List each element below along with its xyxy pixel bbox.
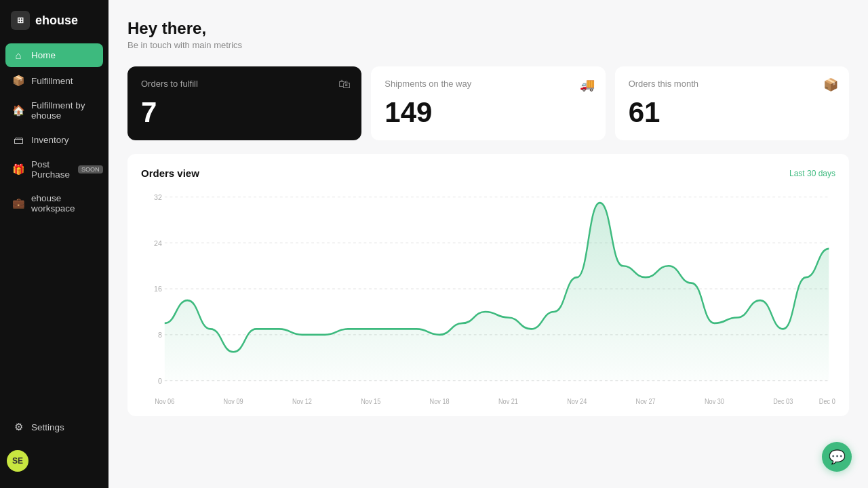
metric-value-shipments-on-way: 149: [384, 98, 591, 127]
sidebar-item-ehouse-workspace[interactable]: 💼 ehouse workspace: [5, 187, 103, 220]
x-label: Nov 27: [636, 397, 656, 405]
sidebar-item-fulfillment[interactable]: 📦 Fulfillment: [5, 68, 103, 93]
x-label: Dec 03: [773, 397, 793, 405]
page-title: Hey there,: [127, 19, 849, 38]
sidebar-item-settings[interactable]: ⚙ Settings: [5, 415, 103, 439]
metric-icon-orders-to-fulfill: 🛍: [338, 77, 351, 92]
sidebar-item-inventory[interactable]: 🗃 Inventory: [5, 128, 103, 152]
sidebar-item-fulfillment-by-ehouse[interactable]: 🏠 Fulfillment by ehouse: [5, 94, 103, 127]
settings-icon: ⚙: [12, 421, 24, 433]
metric-card-orders-to-fulfill: Orders to fulfill 7 🛍: [127, 66, 361, 140]
metric-value-orders-this-month: 61: [629, 98, 835, 127]
ehouse-workspace-icon: 💼: [12, 197, 24, 209]
fulfillment-by-ehouse-icon: 🏠: [12, 104, 24, 117]
metric-cards: Orders to fulfill 7 🛍 Shipments on the w…: [127, 66, 849, 140]
fulfillment-icon: 📦: [12, 75, 24, 87]
x-label: Dec 06: [819, 397, 835, 405]
sidebar-label-fulfillment: Fulfillment: [31, 76, 73, 86]
x-label: Nov 09: [224, 397, 243, 405]
x-label: Nov 21: [498, 397, 518, 405]
main-content: Hey there, Be in touch with main metrics…: [108, 0, 868, 488]
post-purchase-icon: 🎁: [12, 163, 24, 176]
page-subtitle: Be in touch with main metrics: [127, 40, 849, 50]
sidebar-label-ehouse-workspace: ehouse workspace: [31, 193, 96, 214]
chart-header: Orders view Last 30 days: [141, 167, 835, 179]
y-label: 8: [158, 331, 162, 340]
sidebar-label-fulfillment-by-ehouse: Fulfillment by ehouse: [31, 100, 96, 121]
chat-button[interactable]: 💬: [822, 442, 852, 472]
brand-logo: ⊞ ehouse: [0, 11, 108, 43]
sidebar-label-post-purchase: Post Purchase: [31, 159, 70, 180]
metric-label-orders-to-fulfill: Orders to fulfill: [141, 79, 348, 89]
home-icon: ⌂: [12, 49, 24, 61]
chart-area: [165, 203, 829, 380]
page-header: Hey there, Be in touch with main metrics: [127, 19, 849, 50]
chart-title: Orders view: [141, 167, 199, 179]
sidebar-label-home: Home: [31, 50, 56, 60]
sidebar-label-inventory: Inventory: [31, 135, 69, 145]
y-label: 24: [154, 239, 162, 247]
metric-label-orders-this-month: Orders this month: [629, 79, 835, 89]
chart-container: Orders view Last 30 days 08162432Nov 06N…: [127, 154, 849, 416]
sidebar-label-settings: Settings: [31, 422, 64, 432]
brand-name: ehouse: [35, 14, 78, 28]
metric-card-shipments-on-way: Shipments on the way 149 🚚: [371, 66, 605, 140]
x-label: Nov 24: [567, 397, 587, 405]
badge-post-purchase: SOON: [78, 165, 103, 174]
inventory-icon: 🗃: [12, 134, 24, 146]
logo-icon: ⊞: [11, 11, 30, 30]
sidebar-nav: ⌂ Home 📦 Fulfillment 🏠 Fulfillment by eh…: [0, 43, 108, 415]
metric-icon-orders-this-month: 📦: [823, 77, 838, 92]
x-label: Nov 30: [705, 397, 724, 405]
sidebar-item-home[interactable]: ⌂ Home: [5, 43, 103, 67]
user-avatar[interactable]: SE: [7, 450, 28, 472]
x-label: Nov 18: [430, 397, 450, 405]
x-label: Nov 12: [292, 397, 312, 405]
x-label: Nov 15: [361, 397, 380, 405]
metric-card-orders-this-month: Orders this month 61 📦: [615, 66, 849, 140]
sidebar-bottom: ⚙ Settings: [0, 415, 108, 445]
chart-period[interactable]: Last 30 days: [789, 169, 835, 178]
x-label: Nov 06: [155, 397, 174, 405]
metric-icon-shipments-on-way: 🚚: [580, 77, 595, 92]
orders-chart: 08162432Nov 06Nov 09Nov 12Nov 15Nov 18No…: [141, 190, 835, 407]
metric-label-shipments-on-way: Shipments on the way: [384, 79, 591, 89]
sidebar: ⊞ ehouse ⌂ Home 📦 Fulfillment 🏠 Fulfillm…: [0, 0, 108, 488]
metric-value-orders-to-fulfill: 7: [141, 98, 348, 127]
chart-wrap: 08162432Nov 06Nov 09Nov 12Nov 15Nov 18No…: [141, 190, 835, 407]
y-label: 32: [154, 192, 162, 201]
sidebar-item-post-purchase[interactable]: 🎁 Post Purchase SOON: [5, 153, 103, 186]
y-label: 16: [154, 285, 162, 293]
y-label: 0: [158, 376, 162, 385]
